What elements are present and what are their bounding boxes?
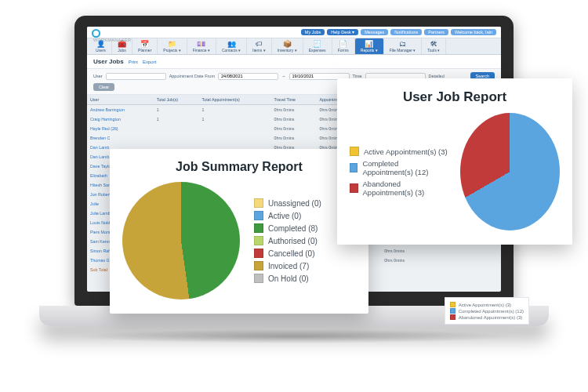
top-pill[interactable]: Help Desk ▾ (327, 29, 358, 35)
legend-item: Completed Appointment(s) (12) (350, 159, 449, 176)
toolbar-item[interactable]: 📅Planner (132, 38, 158, 54)
toolbar-label: File Manager ▾ (390, 48, 416, 53)
toolbar-label: Projects ▾ (163, 48, 180, 53)
toolbar-item[interactable]: 🧾Expenses (303, 38, 332, 54)
mini-legend-item: Active Appointment(s) (3) (450, 302, 524, 307)
data-cell: 1 (154, 105, 199, 114)
page-title: User Jobs (93, 58, 124, 65)
export-link[interactable]: Export (143, 60, 156, 64)
job-summary-report-card: Job Summary Report Unassigned (0)Active … (110, 149, 368, 314)
toolbar-label: Forms (338, 48, 349, 53)
legend-swatch (254, 223, 263, 233)
toolbar-label: Tools ▾ (427, 48, 440, 53)
toolbar-item[interactable]: 📁Projects ▾ (158, 38, 187, 54)
legend-swatch (254, 211, 263, 220)
toolbar-icon: 📊 (361, 41, 378, 48)
toolbar-icon: 🗂 (390, 41, 416, 48)
data-cell (154, 124, 199, 133)
legend-swatch (350, 163, 358, 172)
top-pill[interactable]: Partners (424, 29, 448, 35)
user-job-pie (460, 113, 560, 230)
legend-swatch (254, 236, 263, 245)
top-pill[interactable]: Welcome back, Iain (451, 29, 496, 35)
user-job-legend: Active Appointment(s) (3)Completed Appoi… (350, 143, 449, 200)
legend-swatch (450, 314, 456, 320)
data-cell: 1 (199, 114, 271, 124)
logo-icon (92, 29, 100, 38)
toolbar-label: Contacts ▾ (222, 48, 241, 53)
toolbar-label: Inventory ▾ (278, 48, 297, 53)
data-cell (199, 124, 271, 133)
column-header[interactable]: Total Job(s) (154, 95, 199, 105)
legend-item: Invoiced (7) (254, 261, 321, 270)
toolbar-icon: 📅 (138, 41, 151, 48)
clear-button[interactable]: Clear (93, 83, 114, 91)
mini-legend-item: Completed Appointment(s) (12) (450, 308, 524, 314)
legend-item: Completed (8) (254, 223, 321, 233)
toolbar-item[interactable]: 🗂File Manager ▾ (384, 38, 423, 54)
legend-swatch (450, 308, 456, 314)
toolbar-icon: 📁 (163, 41, 180, 48)
date-range-sep: → (281, 74, 286, 78)
legend-swatch (350, 183, 358, 193)
data-cell: 0hrs 0mins (271, 133, 317, 143)
user-name-cell: Hayle Red (26) (87, 124, 154, 133)
data-cell: 1 (199, 105, 271, 114)
column-header[interactable]: User (87, 95, 154, 105)
toolbar-item[interactable]: 📦Inventory ▾ (272, 38, 303, 54)
column-header[interactable]: Travel Time (271, 95, 317, 105)
print-link[interactable]: Print (129, 60, 138, 64)
legend-swatch (254, 261, 263, 270)
date-from-input[interactable] (218, 73, 278, 80)
toolbar-item[interactable]: 📄Forms (332, 38, 355, 54)
data-cell (425, 256, 501, 265)
legend-item: Authorised (0) (254, 236, 321, 245)
legend-label: Completed Appointment(s) (12) (459, 309, 524, 314)
toolbar-item[interactable]: 🏷Items ▾ (247, 38, 272, 54)
toolbar-icon: 💷 (193, 41, 210, 48)
data-cell: 0hrs 0mins (271, 114, 317, 124)
legend-label: Unassigned (0) (268, 199, 321, 208)
user-name-cell: Brenden C (87, 133, 154, 143)
legend-swatch (254, 249, 263, 258)
toolbar-icon: 🏷 (252, 41, 266, 48)
legend-item: Active (0) (254, 211, 321, 220)
legend-swatch (450, 302, 456, 307)
toolbar-item[interactable]: 📊Reports ▾ (355, 38, 384, 54)
data-cell (154, 133, 199, 143)
toolbar-item[interactable]: 👥Contacts ▾ (216, 38, 247, 54)
top-pill[interactable]: Messages (361, 29, 388, 35)
data-cell: 0hrs 0mins (381, 246, 424, 256)
legend-item: Cancelled (0) (254, 249, 321, 258)
user-filter-input[interactable] (106, 73, 166, 80)
user-job-title: User Job Report (350, 89, 560, 105)
data-cell: 1 (154, 114, 199, 124)
legend-label: Invoiced (7) (268, 262, 309, 270)
toolbar-label: Jobs (118, 48, 126, 53)
job-summary-pie (122, 182, 240, 299)
page-header: User Jobs Print Export (87, 55, 501, 69)
data-cell: 0hrs 0mins (271, 105, 317, 114)
top-pill[interactable]: My Jobs (301, 29, 325, 35)
user-job-report-card: User Job Report Active Appointment(s) (3… (337, 78, 572, 245)
column-header[interactable]: Total Appointment(s) (199, 95, 271, 105)
legend-label: On Hold (0) (268, 274, 309, 283)
toolbar-item[interactable]: 💷Finance ▾ (187, 38, 216, 54)
mini-legend-item: Abandoned Appointment(s) (3) (450, 314, 524, 320)
toolbar-item[interactable]: 🛠Tools ▾ (422, 38, 446, 54)
job-summary-legend: Unassigned (0)Active (0)Completed (8)Aut… (254, 195, 321, 286)
legend-label: Completed (8) (268, 224, 318, 233)
legend-label: Active Appointment(s) (3) (364, 147, 448, 156)
user-filter-label: User (93, 74, 103, 78)
legend-label: Active Appointment(s) (3) (459, 303, 511, 307)
toolbar-icon: 🧾 (309, 41, 326, 48)
user-name-cell: Andrew Barrington (87, 105, 154, 114)
legend-label: Completed Appointment(s) (12) (362, 159, 449, 176)
top-pill[interactable]: Notifications (390, 29, 422, 35)
legend-item: Active Appointment(s) (3) (350, 147, 449, 156)
toolbar-label: Finance ▾ (193, 48, 210, 53)
legend-label: Active (0) (268, 212, 301, 220)
brand-name: WORKMANAGER (93, 38, 131, 42)
toolbar-label: Users (96, 48, 106, 53)
legend-item: Abandoned Appointment(s) (3) (350, 180, 449, 197)
